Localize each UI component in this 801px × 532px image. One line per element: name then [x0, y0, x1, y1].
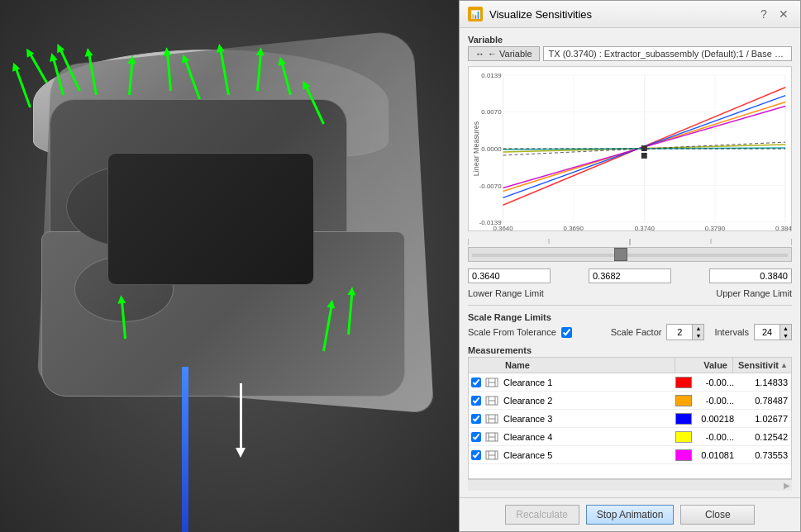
row1-meas-icon: [485, 377, 498, 388]
stop-animation-button[interactable]: Stop Animation: [586, 505, 675, 525]
dialog-titlebar: 📊 Visualize Sensitivities ? ✕: [460, 1, 800, 28]
lower-range-label: Lower Range Limit: [468, 288, 544, 298]
variable-row: ↔ ← Variable TX (0.3740) : Extractor_sub…: [468, 46, 792, 61]
scale-from-tolerance-label: Scale From Tolerance: [468, 327, 556, 337]
scale-section-label: Scale Range Limits: [468, 312, 792, 322]
sensitivity-chart: Linear Measures 0.0139 0.0070 0.0000 -0: [469, 67, 791, 230]
row5-color: [675, 449, 692, 461]
scale-factor-spinner[interactable]: ▲ ▼: [666, 324, 704, 340]
close-dialog-button[interactable]: ✕: [775, 6, 792, 22]
y-axis-label: Linear Measures: [472, 121, 480, 176]
table-scrollbar[interactable]: ▶: [468, 479, 792, 491]
row3-name: Clearance 3: [500, 414, 675, 424]
intervals-label: Intervals: [714, 327, 749, 337]
row5-value: 0.01081: [692, 450, 737, 460]
upper-range-input[interactable]: [709, 268, 792, 283]
row4-meas-icon: [485, 431, 498, 443]
3d-viewport: [0, 0, 459, 532]
dialog-footer: Recalculate Stop Animation Close: [460, 497, 800, 531]
slider-ticks: [468, 239, 792, 247]
row2-sensitivity: 0.78487: [737, 396, 791, 406]
scale-factor-input[interactable]: [667, 325, 692, 340]
slider-thumb[interactable]: [614, 248, 627, 261]
variable-button[interactable]: ↔ ← Variable: [468, 46, 540, 61]
dialog-title: Visualize Sensitivities: [489, 8, 749, 21]
row1-name: Clearance 1: [500, 378, 675, 387]
row1-checkbox[interactable]: [471, 378, 481, 387]
row1-color: [675, 377, 692, 388]
scroll-indicator: ▶: [784, 481, 790, 490]
row1-sensitivity: 1.14833: [737, 378, 791, 387]
variable-section-label: Variable: [468, 35, 792, 45]
slider-area: [468, 236, 792, 264]
row2-checkbox[interactable]: [471, 396, 481, 406]
row5-checkbox[interactable]: [471, 450, 481, 460]
col-sensitivity-header: Sensitivit ▲: [733, 358, 791, 373]
row4-checkbox[interactable]: [471, 432, 481, 442]
svg-text:0.3640: 0.3640: [493, 225, 513, 230]
dialog-content: Variable ↔ ← Variable TX (0.3740) : Extr…: [460, 28, 800, 497]
value-header-text: Value: [703, 360, 727, 370]
range-slider-track[interactable]: [468, 247, 792, 262]
table-row: Clearance 4 -0.00... 0.12542: [469, 428, 791, 446]
measurements-label: Measurements: [468, 345, 792, 355]
row3-checkbox[interactable]: [471, 414, 481, 424]
close-button[interactable]: Close: [680, 505, 755, 525]
svg-rect-29: [641, 145, 647, 151]
row4-name: Clearance 4: [500, 432, 675, 442]
svg-text:0.3690: 0.3690: [564, 225, 584, 230]
row5-meas-icon: [485, 449, 498, 461]
row5-sensitivity: 0.73553: [737, 450, 791, 460]
row4-color: [675, 431, 692, 443]
dialog-app-icon: 📊: [468, 7, 483, 21]
sort-icon: ▲: [780, 361, 788, 369]
row5-name: Clearance 5: [500, 450, 675, 460]
col-name-header: Name: [500, 358, 675, 373]
svg-text:0.3840: 0.3840: [775, 225, 791, 230]
chart-area: Linear Measures 0.0139 0.0070 0.0000 -0: [468, 66, 792, 231]
scale-options-row: Scale From Tolerance Scale Factor ▲ ▼ In…: [468, 324, 792, 340]
svg-text:0.0139: 0.0139: [481, 72, 502, 79]
scale-factor-down-btn[interactable]: ▼: [692, 332, 703, 340]
variable-arrow-icon: ↔: [475, 49, 484, 59]
row2-meas-icon: [485, 395, 498, 406]
intervals-input[interactable]: [755, 325, 780, 340]
scale-section: Scale Range Limits Scale From Tolerance …: [468, 312, 792, 340]
measurements-table-body[interactable]: Clearance 1 -0.00... 1.14833: [468, 373, 792, 479]
table-row: Clearance 5 0.01081 0.73553: [469, 446, 791, 464]
table-row: Clearance 2 -0.00... 0.78487: [469, 392, 791, 410]
scale-factor-up-btn[interactable]: ▲: [692, 325, 703, 332]
row3-color: [675, 413, 692, 425]
row2-name: Clearance 2: [500, 396, 675, 406]
intervals-down-btn[interactable]: ▼: [780, 332, 791, 340]
intervals-up-btn[interactable]: ▲: [780, 325, 791, 332]
row1-value: -0.00...: [692, 378, 737, 387]
row3-value: 0.00218: [692, 414, 737, 424]
visualize-sensitivities-dialog: 📊 Visualize Sensitivities ? ✕ Variable ↔…: [459, 0, 801, 532]
mid-range-input[interactable]: [589, 268, 671, 283]
intervals-spinner[interactable]: ▲ ▼: [754, 324, 792, 340]
measurements-table-header: Name Value Sensitivit ▲: [468, 357, 792, 373]
col-value-header: Value: [675, 358, 733, 373]
recalculate-button[interactable]: Recalculate: [505, 505, 579, 525]
row4-value: -0.00...: [692, 432, 737, 442]
range-limit-labels: Lower Range Limit Upper Range Limit: [468, 288, 792, 298]
row3-sensitivity: 1.02677: [737, 414, 791, 424]
row2-color: [675, 395, 692, 406]
upper-range-label: Upper Range Limit: [716, 288, 792, 298]
lower-range-input[interactable]: [468, 268, 551, 283]
help-button[interactable]: ?: [756, 6, 772, 22]
scale-factor-label: Scale Factor: [611, 327, 662, 337]
svg-text:0.0000: 0.0000: [481, 145, 502, 153]
row2-value: -0.00...: [692, 396, 737, 406]
svg-text:0.0070: 0.0070: [481, 108, 502, 116]
measurements-section: Measurements Name Value Sensitivit ▲: [468, 345, 792, 491]
scale-from-tolerance-checkbox[interactable]: [561, 327, 572, 338]
table-row: Clearance 3 0.00218 1.02677: [469, 410, 791, 428]
variable-button-label: ← Variable: [488, 49, 532, 59]
row3-meas-icon: [485, 413, 498, 425]
table-row: Clearance 1 -0.00... 1.14833: [469, 373, 791, 392]
row4-sensitivity: 0.12542: [737, 432, 791, 442]
sensitivity-header-text: Sensitivit: [738, 360, 779, 370]
variable-value: TX (0.3740) : Extractor_subassembly (Def…: [543, 46, 792, 61]
